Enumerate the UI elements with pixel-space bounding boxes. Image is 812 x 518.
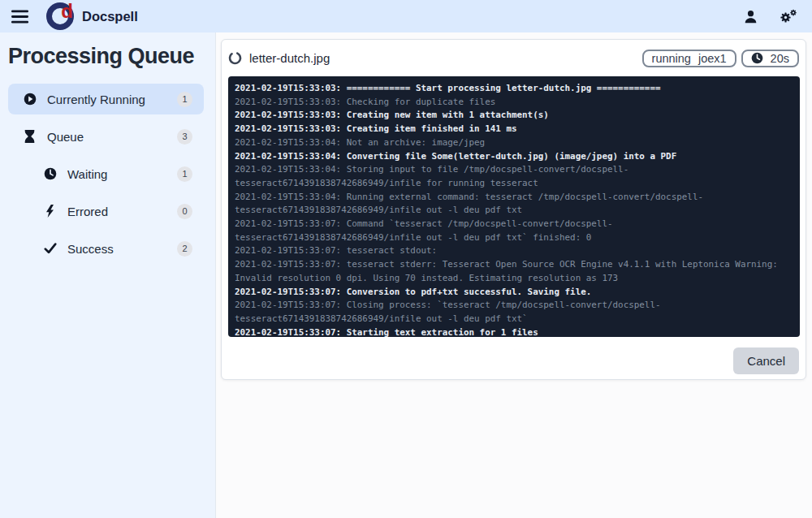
log-line: 2021-02-19T15:33:04: Storing input to fi… — [235, 163, 793, 190]
navbar-right — [744, 9, 801, 24]
cogs-icon[interactable] — [779, 9, 797, 24]
job-badges: running joex1 20s — [642, 50, 799, 67]
log-line: 2021-02-19T15:33:07: tesseract stdout: — [235, 244, 793, 258]
brand-title: Docspell — [82, 9, 138, 24]
count-badge: 0 — [177, 204, 192, 219]
docspell-logo-icon: d — [46, 2, 74, 30]
count-badge: 1 — [177, 92, 192, 107]
log-line: 2021-02-19T15:33:07: Command `tesseract … — [235, 218, 793, 244]
sidebar-item-waiting[interactable]: Waiting 1 — [8, 158, 204, 189]
log-line: 2021-02-19T15:33:07: Starting text extra… — [235, 326, 793, 337]
log-line: 2021-02-19T15:33:03: Checking for duplic… — [235, 96, 793, 110]
log-line: 2021-02-19T15:33:04: Converting file Som… — [235, 150, 793, 164]
job-card-footer: Cancel — [222, 337, 806, 374]
count-badge: 1 — [177, 166, 192, 182]
main-content: letter-dutch.jpg running joex1 2 — [216, 32, 812, 518]
clock-icon — [43, 167, 57, 180]
sidebar-item-currently-running[interactable]: Currently Running 1 — [8, 84, 204, 114]
job-log-console[interactable]: 2021-02-19T15:33:03: ============ Start … — [228, 76, 800, 337]
log-line: 2021-02-19T15:33:04: Not an archive: ima… — [235, 136, 793, 150]
count-badge: 2 — [177, 241, 192, 257]
logo-letter: d — [61, 2, 73, 21]
log-line: 2021-02-19T15:33:07: Closing process: `t… — [235, 299, 793, 326]
job-worker: joex1 — [698, 52, 727, 65]
bolt-icon — [43, 205, 57, 218]
job-title: letter-dutch.jpg — [249, 51, 330, 65]
page-title: Processing Queue — [8, 44, 204, 69]
sidebar: Processing Queue Currently Running 1 Que… — [0, 32, 216, 518]
log-line: 2021-02-19T15:33:03: Creating item finis… — [235, 123, 793, 136]
sidebar-item-queue[interactable]: Queue 3 — [8, 121, 204, 152]
job-duration-badge[interactable]: 20s — [741, 50, 799, 67]
sidebar-item-label: Waiting — [67, 167, 107, 181]
play-circle-icon — [23, 93, 37, 106]
job-card-header: letter-dutch.jpg running joex1 2 — [222, 40, 806, 76]
log-line: 2021-02-19T15:33:07: tesseract stderr: T… — [235, 258, 793, 285]
sidebar-item-errored[interactable]: Errored 0 — [8, 196, 204, 227]
job-state-badge[interactable]: running joex1 — [642, 50, 736, 67]
count-badge: 3 — [177, 129, 192, 145]
check-icon — [43, 243, 57, 254]
circle-notch-spinner-icon — [228, 51, 242, 65]
job-duration: 20s — [771, 52, 789, 65]
sidebar-item-label: Queue — [47, 130, 84, 144]
log-line: 2021-02-19T15:33:07: Conversion to pdf+t… — [235, 286, 793, 300]
menu-icon[interactable] — [11, 10, 28, 24]
clock-icon — [751, 52, 763, 64]
cancel-button[interactable]: Cancel — [733, 347, 799, 374]
sidebar-item-label: Errored — [67, 205, 108, 218]
log-line: 2021-02-19T15:33:03: Creating new item w… — [235, 109, 793, 123]
sidebar-item-label: Currently Running — [47, 93, 145, 106]
log-line: 2021-02-19T15:33:03: ============ Start … — [235, 82, 793, 96]
job-state: running — [652, 52, 691, 65]
sidebar-item-success[interactable]: Success 2 — [8, 233, 204, 264]
log-line: 2021-02-19T15:33:04: Running external co… — [235, 191, 793, 218]
docspell-app: d Docspell — [0, 0, 812, 518]
sidebar-item-label: Success — [67, 242, 114, 256]
running-job-card: letter-dutch.jpg running joex1 2 — [221, 39, 806, 380]
user-icon[interactable] — [744, 10, 758, 24]
hourglass-icon — [23, 130, 37, 143]
top-navbar: d Docspell — [0, 0, 812, 32]
